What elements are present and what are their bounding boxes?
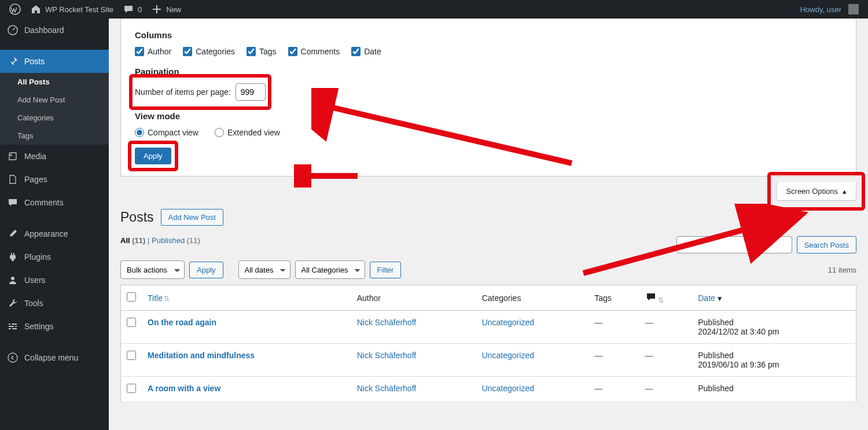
menu-posts[interactable]: Posts — [0, 50, 109, 73]
menu-settings-label: Settings — [24, 322, 54, 331]
menu-users-label: Users — [24, 275, 46, 285]
site-title: WP Rocket Test Site — [45, 5, 113, 14]
col-date-checkbox[interactable] — [351, 47, 361, 56]
post-title-link[interactable]: On the road again — [148, 318, 216, 327]
screen-options-toggle[interactable]: Screen Options ▴ — [776, 182, 856, 201]
col-categories[interactable]: Categories — [476, 285, 589, 311]
svg-point-7 — [14, 326, 16, 328]
menu-users[interactable]: Users — [0, 269, 109, 292]
col-author-checkbox[interactable] — [135, 47, 144, 56]
howdy-user[interactable]: Howdy, user — [796, 0, 863, 19]
row-checkbox[interactable] — [127, 351, 136, 360]
bulk-actions-select[interactable]: Bulk actions — [120, 260, 185, 279]
select-all-checkbox[interactable] — [127, 292, 136, 302]
menu-pages[interactable]: Pages — [0, 168, 109, 191]
pagination-highlight: Number of items per page: — [135, 83, 266, 101]
site-title-link[interactable]: WP Rocket Test Site — [25, 0, 118, 19]
col-date-check[interactable]: Date — [351, 47, 381, 56]
filter-published[interactable]: Published (11) — [152, 236, 200, 245]
post-title-link[interactable]: A room with a view — [148, 384, 220, 393]
menu-plugins-label: Plugins — [24, 252, 51, 262]
filter-button[interactable]: Filter — [370, 262, 402, 278]
col-comments-check[interactable]: Comments — [288, 47, 340, 56]
submenu-tags[interactable]: Tags — [0, 127, 109, 145]
filter-published-label: Published — [152, 236, 185, 245]
col-date[interactable]: Date▼ — [692, 285, 856, 311]
comments-link[interactable]: 0 — [118, 0, 146, 19]
view-extended-label: Extended view — [227, 128, 280, 137]
per-page-input[interactable] — [236, 83, 266, 101]
col-title[interactable]: Title⇅ — [142, 285, 351, 311]
add-new-post-button[interactable]: Add New Post — [161, 209, 223, 226]
view-extended-radio[interactable]: Extended view — [215, 128, 280, 137]
collapse-menu[interactable]: Collapse menu — [0, 346, 109, 369]
screen-options-label: Screen Options — [786, 187, 838, 196]
comment-count: 0 — [138, 5, 142, 14]
svg-rect-5 — [9, 328, 17, 329]
dates-filter-select[interactable]: All dates — [238, 260, 290, 279]
menu-appearance[interactable]: Appearance — [0, 222, 109, 245]
tags-cell: — — [589, 377, 639, 402]
svg-line-10 — [323, 105, 572, 163]
menu-media-label: Media — [24, 152, 46, 161]
col-author-label: Author — [148, 47, 171, 56]
svg-rect-3 — [9, 324, 17, 325]
new-content-link[interactable]: New — [146, 0, 186, 19]
per-page-label: Number of items per page: — [135, 87, 231, 97]
col-author-check[interactable]: Author — [135, 47, 171, 56]
filter-published-count: (11) — [187, 236, 200, 245]
sort-icon: ⇅ — [164, 295, 170, 303]
author-link[interactable]: Nick Schäferhoff — [357, 318, 416, 327]
menu-settings[interactable]: Settings — [0, 315, 109, 338]
col-categories-check[interactable]: Categories — [183, 47, 235, 56]
submenu-categories[interactable]: Categories — [0, 109, 109, 127]
collapse-icon — [7, 352, 19, 363]
category-link[interactable]: Uncategorized — [482, 351, 534, 360]
menu-pages-label: Pages — [24, 175, 47, 184]
menu-comments-label: Comments — [24, 198, 64, 207]
filter-all[interactable]: All (11) — [120, 236, 145, 245]
table-row: On the road again Nick Schäferhoff Uncat… — [121, 311, 856, 344]
view-compact-input[interactable] — [135, 128, 144, 137]
menu-plugins[interactable]: Plugins — [0, 245, 109, 269]
admin-bar: WP Rocket Test Site 0 New Howdy, user — [0, 0, 868, 19]
new-label: New — [166, 5, 181, 14]
col-author[interactable]: Author — [351, 285, 476, 311]
wp-logo-menu[interactable] — [5, 0, 25, 19]
date-cell: Published2019/06/10 at 9:36 pm — [692, 344, 856, 377]
admin-sidebar: Dashboard Posts All Posts Add New Post C… — [0, 19, 109, 430]
post-title-link[interactable]: Meditation and mindfulness — [148, 351, 255, 360]
menu-comments[interactable]: Comments — [0, 191, 109, 214]
author-link[interactable]: Nick Schäferhoff — [357, 384, 416, 393]
screen-options-apply-button[interactable]: Apply — [135, 148, 171, 164]
post-status: Published — [698, 384, 850, 393]
view-extended-input[interactable] — [215, 128, 224, 137]
post-timestamp: 2019/06/10 at 9:36 pm — [698, 360, 850, 369]
categories-filter-select[interactable]: All Categories — [295, 260, 365, 279]
date-cell: Published2024/12/02 at 3:40 pm — [692, 311, 856, 344]
col-tags-check[interactable]: Tags — [247, 47, 277, 56]
category-link[interactable]: Uncategorized — [482, 384, 534, 393]
svg-point-8 — [11, 328, 13, 330]
svg-line-12 — [583, 215, 797, 273]
submenu-all-posts[interactable]: All Posts — [0, 73, 109, 91]
bulk-apply-button[interactable]: Apply — [189, 262, 223, 278]
col-tags[interactable]: Tags — [589, 285, 639, 311]
row-checkbox[interactable] — [127, 318, 136, 327]
row-checkbox[interactable] — [127, 384, 136, 393]
screen-meta-links: Screen Options ▴ — [120, 182, 856, 201]
plus-icon — [151, 3, 163, 15]
category-link[interactable]: Uncategorized — [482, 318, 534, 327]
comment-icon — [123, 3, 134, 15]
menu-dashboard[interactable]: Dashboard — [0, 19, 109, 42]
col-tags-checkbox[interactable] — [247, 47, 256, 56]
col-comments-checkbox[interactable] — [288, 47, 297, 56]
submenu-add-new-post[interactable]: Add New Post — [0, 91, 109, 109]
col-comments[interactable]: ⇅ — [639, 285, 693, 311]
menu-tools[interactable]: Tools — [0, 292, 109, 315]
view-compact-radio[interactable]: Compact view — [135, 128, 198, 137]
author-link[interactable]: Nick Schäferhoff — [357, 351, 416, 360]
menu-media[interactable]: Media — [0, 145, 109, 168]
item-count: 11 items — [828, 266, 856, 274]
col-categories-checkbox[interactable] — [183, 47, 192, 56]
